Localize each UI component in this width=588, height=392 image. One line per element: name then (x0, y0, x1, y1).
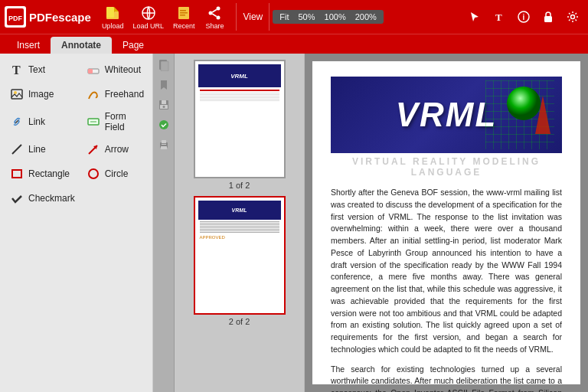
zoom-50-button[interactable]: 50% (295, 11, 319, 22)
tool-arrow[interactable]: Arrow (81, 138, 149, 161)
svg-rect-34 (161, 61, 168, 71)
svg-point-13 (217, 16, 220, 20)
zoom-200-button[interactable]: 200% (351, 11, 381, 22)
tool-whiteout[interactable]: Whiteout (81, 58, 149, 81)
thumb-1[interactable]: VRML (194, 60, 286, 178)
svg-text:T: T (12, 64, 21, 77)
svg-rect-10 (180, 15, 185, 16)
tab-annotate[interactable]: Annotate (51, 37, 112, 54)
tool-link[interactable]: Link (5, 107, 80, 136)
svg-rect-41 (162, 140, 166, 143)
link-tool-icon (9, 114, 24, 129)
zoom-100-button[interactable]: 100% (321, 11, 350, 22)
form-field-tool-icon (86, 114, 101, 129)
thumb-2-container: VRML APPROVED 2 of 2 (194, 196, 286, 326)
arrow-tool-icon (86, 142, 101, 157)
sidebar-icons (153, 54, 175, 392)
svg-marker-4 (114, 7, 119, 11)
doc-paragraph-1: Shortly after the Geneva BOF session, th… (331, 187, 562, 356)
svg-point-39 (159, 120, 168, 129)
load-url-icon (138, 4, 159, 22)
sidebar-print-icon[interactable] (155, 136, 172, 153)
svg-rect-43 (162, 144, 166, 145)
tab-page[interactable]: Page (112, 37, 155, 54)
thumbnail-panel: VRML 1 of 2 (175, 54, 305, 392)
doc-area[interactable]: VRML (305, 54, 588, 392)
text-tool-icon: T (9, 62, 24, 77)
lock-button[interactable] (537, 6, 559, 28)
svg-rect-42 (161, 146, 167, 149)
vrml-subtitle: VIRTUAL REALITY MODELING LANGUAGE (331, 156, 562, 178)
svg-rect-24 (11, 90, 22, 99)
tools-panel: T Text Whiteout (0, 54, 153, 392)
tab-insert[interactable]: Insert (6, 37, 51, 54)
thumb-1-inner: VRML (195, 61, 284, 177)
sidebar-check-icon[interactable] (155, 116, 172, 133)
toolbar-separator-1 (236, 3, 237, 31)
checkmark-tool-icon (9, 191, 24, 206)
pdf-logo-svg: PDF (7, 8, 24, 25)
svg-point-12 (209, 11, 213, 15)
whiteout-tool-icon (86, 62, 101, 77)
thumb-2-inner: VRML APPROVED (195, 198, 284, 313)
sidebar-pages-icon[interactable] (155, 57, 172, 74)
tool-freehand[interactable]: Freehand (81, 83, 149, 106)
vrml-title: VRML (396, 96, 498, 134)
tool-line[interactable]: Line (5, 138, 80, 161)
header: PDF PDFescape Upload (0, 0, 588, 34)
load-url-button[interactable]: Load URL (129, 2, 167, 31)
svg-rect-3 (106, 7, 114, 18)
zoom-fit-button[interactable]: Fit (276, 11, 292, 22)
thumb-1-container: VRML 1 of 2 (194, 60, 286, 190)
svg-text:i: i (523, 13, 525, 21)
main-content: T Text Whiteout (0, 54, 588, 392)
recent-icon (173, 4, 194, 22)
svg-point-25 (14, 91, 17, 94)
svg-point-11 (217, 7, 220, 11)
tool-image[interactable]: Image (5, 83, 80, 106)
doc-header-graphics (485, 80, 554, 149)
svg-line-28 (12, 145, 21, 154)
svg-line-15 (213, 14, 217, 17)
view-button[interactable]: View (240, 10, 266, 24)
settings-button[interactable] (562, 6, 583, 28)
svg-rect-19 (544, 16, 552, 22)
tool-checkmark[interactable]: Checkmark (5, 187, 80, 210)
toolbar-separator-2 (269, 3, 270, 31)
tools-grid: T Text Whiteout (5, 58, 148, 210)
svg-point-20 (571, 15, 575, 19)
tool-text[interactable]: T Text (5, 58, 80, 81)
svg-rect-8 (180, 10, 186, 11)
svg-point-32 (89, 169, 98, 178)
svg-rect-5 (114, 11, 119, 18)
svg-rect-36 (162, 100, 166, 104)
logo-icon: PDF (5, 6, 26, 28)
sidebar-save-icon[interactable] (155, 96, 172, 113)
svg-rect-23 (88, 69, 93, 74)
thumb-1-label: 1 of 2 (229, 181, 250, 190)
doc-paragraph-2: The search for existing technologies tur… (331, 364, 562, 393)
tool-form-field[interactable]: Form Field (81, 107, 149, 136)
svg-text:PDF: PDF (8, 15, 23, 22)
tool-rectangle[interactable]: Rectangle (5, 162, 80, 185)
circle-tool-icon (86, 166, 101, 181)
tool-circle[interactable]: Circle (81, 162, 149, 185)
recent-button[interactable]: Recent (170, 2, 198, 31)
doc-page: VRML (312, 61, 580, 384)
sidebar-bookmark-icon[interactable] (155, 77, 172, 93)
logo-text: PDFescape (29, 11, 91, 24)
right-icons: T i (464, 6, 583, 28)
share-button[interactable]: Share (201, 2, 228, 31)
text-tool-button[interactable]: T (488, 6, 510, 28)
svg-point-38 (162, 106, 165, 108)
thumb-2[interactable]: VRML APPROVED (194, 196, 286, 315)
upload-button[interactable]: Upload (99, 2, 127, 31)
thumb-2-label: 2 of 2 (229, 317, 250, 326)
toolbar-file-group: Upload Load URL Recent (99, 2, 229, 31)
svg-rect-31 (12, 170, 21, 178)
cursor-tool-button[interactable] (464, 6, 485, 28)
rectangle-tool-icon (9, 166, 24, 181)
svg-text:T: T (495, 11, 502, 23)
info-button[interactable]: i (513, 6, 534, 28)
logo: PDF PDFescape (5, 6, 91, 28)
